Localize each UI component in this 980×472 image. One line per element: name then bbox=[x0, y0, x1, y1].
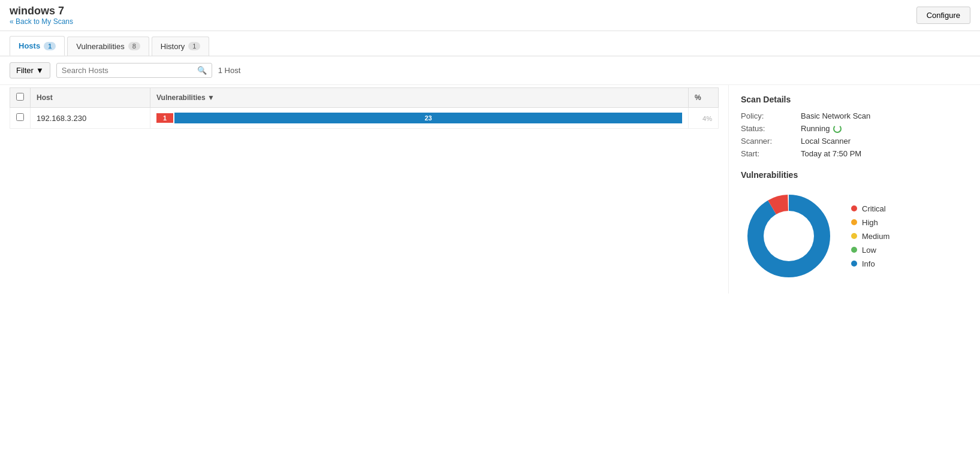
filter-label: Filter bbox=[16, 66, 34, 75]
low-label: Low bbox=[862, 246, 876, 255]
vuln-chart-area: Critical High Medium Low Info bbox=[741, 188, 968, 284]
row-checkbox[interactable] bbox=[16, 113, 24, 121]
tab-history-label: History bbox=[161, 42, 185, 51]
info-label: Info bbox=[862, 259, 875, 268]
col-vulnerabilities[interactable]: Vulnerabilities ▼ bbox=[150, 88, 689, 108]
tab-vulnerabilities[interactable]: Vulnerabilities 8 bbox=[67, 37, 149, 56]
status-value: Running bbox=[801, 124, 968, 133]
legend-high: High bbox=[851, 218, 889, 227]
page-title: windows 7 bbox=[10, 5, 73, 17]
search-input[interactable] bbox=[62, 66, 194, 75]
row-checkbox-cell bbox=[10, 108, 31, 129]
vulnerabilities-section-title: Vulnerabilities bbox=[741, 170, 968, 180]
search-icon: 🔍 bbox=[197, 66, 207, 75]
col-checkbox bbox=[10, 88, 31, 108]
loading-spinner bbox=[833, 125, 842, 133]
tab-vulnerabilities-label: Vulnerabilities bbox=[76, 42, 124, 51]
start-value: Today at 7:50 PM bbox=[801, 149, 968, 158]
details-grid: Policy: Basic Network Scan Status: Runni… bbox=[741, 111, 968, 158]
pct-value: 4% bbox=[689, 108, 719, 129]
legend: Critical High Medium Low Info bbox=[851, 204, 889, 268]
host-count: 1 Host bbox=[218, 66, 241, 75]
top-bar: windows 7 « Back to My Scans Configure bbox=[0, 0, 980, 31]
hosts-table: Host Vulnerabilities ▼ % 192.168.3.230 1 bbox=[10, 87, 719, 129]
right-panel: Scan Details Policy: Basic Network Scan … bbox=[728, 85, 980, 294]
back-link[interactable]: « Back to My Scans bbox=[10, 17, 73, 26]
high-dot bbox=[851, 219, 857, 225]
scan-details-title: Scan Details bbox=[741, 95, 968, 104]
policy-label: Policy: bbox=[741, 111, 795, 120]
col-pct: % bbox=[689, 88, 719, 108]
critical-label: Critical bbox=[862, 204, 886, 213]
info-dot bbox=[851, 261, 857, 267]
legend-critical: Critical bbox=[851, 204, 889, 213]
configure-button[interactable]: Configure bbox=[916, 7, 970, 24]
medium-dot bbox=[851, 233, 857, 239]
info-bar: 23 bbox=[174, 113, 682, 123]
col-host: Host bbox=[31, 88, 150, 108]
tab-history-badge: 1 bbox=[188, 42, 200, 50]
table-row[interactable]: 192.168.3.230 1 23 4% bbox=[10, 108, 719, 129]
vuln-bar-container: 1 23 bbox=[156, 113, 682, 123]
low-dot bbox=[851, 247, 857, 253]
select-all-checkbox[interactable] bbox=[16, 93, 24, 101]
tab-history[interactable]: History 1 bbox=[152, 37, 210, 56]
policy-value: Basic Network Scan bbox=[801, 111, 968, 120]
start-label: Start: bbox=[741, 149, 795, 158]
search-box: 🔍 bbox=[56, 63, 212, 78]
tabs-row: Hosts 1 Vulnerabilities 8 History 1 bbox=[0, 31, 980, 56]
toolbar: Filter ▼ 🔍 1 Host bbox=[0, 56, 980, 85]
critical-count: 1 bbox=[156, 113, 173, 123]
donut-chart bbox=[741, 188, 837, 284]
medium-label: Medium bbox=[862, 232, 889, 241]
tab-hosts[interactable]: Hosts 1 bbox=[10, 36, 65, 56]
critical-dot bbox=[851, 205, 857, 211]
vuln-bar-cell: 1 23 bbox=[150, 108, 689, 129]
legend-medium: Medium bbox=[851, 232, 889, 241]
scanner-value: Local Scanner bbox=[801, 137, 968, 146]
tab-hosts-badge: 1 bbox=[44, 42, 56, 50]
legend-info: Info bbox=[851, 259, 889, 268]
pct-text: 4% bbox=[702, 115, 712, 122]
chevron-down-icon: ▼ bbox=[36, 66, 44, 75]
host-ip: 192.168.3.230 bbox=[31, 108, 150, 129]
left-panel: Host Vulnerabilities ▼ % 192.168.3.230 1 bbox=[0, 85, 728, 294]
legend-low: Low bbox=[851, 246, 889, 255]
scanner-label: Scanner: bbox=[741, 137, 795, 146]
title-area: windows 7 « Back to My Scans bbox=[10, 5, 73, 26]
high-label: High bbox=[862, 218, 878, 227]
tab-vulnerabilities-badge: 8 bbox=[128, 42, 140, 50]
filter-button[interactable]: Filter ▼ bbox=[10, 62, 50, 78]
tab-hosts-label: Hosts bbox=[19, 41, 40, 50]
svg-point-2 bbox=[764, 211, 814, 261]
main-content: Host Vulnerabilities ▼ % 192.168.3.230 1 bbox=[0, 85, 980, 294]
status-label: Status: bbox=[741, 124, 795, 133]
